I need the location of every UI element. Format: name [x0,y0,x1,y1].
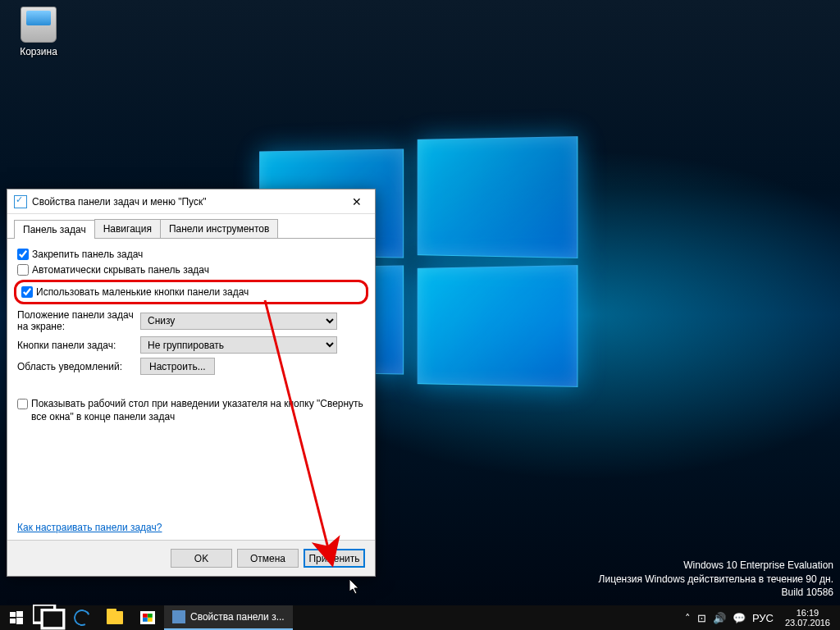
volume-icon[interactable]: 🔊 [713,612,726,624]
taskbar: Свойства панели з... ˄ ⊡ 🔊 💬 РУС 16:19 2… [0,605,840,630]
tab-content: Закрепить панель задач Автоматически скр… [7,239,375,540]
small-buttons-label: Использовать маленькие кнопки панели зад… [36,286,249,298]
small-buttons-row[interactable]: Использовать маленькие кнопки панели зад… [21,286,361,298]
tray-chevron-icon[interactable]: ˄ [685,612,691,624]
edge-icon [71,607,93,628]
auto-hide-checkbox[interactable] [17,264,29,276]
ok-button[interactable]: OK [171,549,232,568]
tab-toolbars[interactable]: Панели инструментов [160,219,278,238]
auto-hide-label: Автоматически скрывать панель задач [32,264,209,276]
windows-logo-icon [10,611,23,624]
notification-row: Область уведомлений: Настроить... [17,358,365,375]
recycle-bin-label: Корзина [10,46,67,57]
action-center-icon[interactable]: 💬 [733,612,746,624]
auto-hide-row[interactable]: Автоматически скрывать панель задач [17,264,365,276]
clock-date: 23.07.2016 [785,618,830,628]
notification-config-button[interactable]: Настроить... [140,358,215,375]
file-explorer-button[interactable] [98,605,131,630]
tab-taskbar[interactable]: Панель задач [14,220,95,239]
buttons-select[interactable]: Не группировать [140,336,337,354]
close-button[interactable]: ✕ [338,189,375,213]
language-indicator[interactable]: РУС [752,612,774,624]
peek-label: Показывать рабочий стол при наведении ук… [31,398,365,423]
buttons-row: Кнопки панели задач: Не группировать [17,336,365,354]
taskbar-app-properties[interactable]: Свойства панели з... [164,605,293,630]
buttons-label: Кнопки панели задач: [17,340,140,351]
peek-checkbox[interactable] [17,399,28,409]
taskbar-app-label: Свойства панели з... [190,611,285,623]
folder-icon [107,611,123,624]
svg-rect-4 [16,618,23,624]
lock-taskbar-row[interactable]: Закрепить панель задач [17,249,365,260]
position-row: Положение панели задач на экране: Снизу [17,309,365,332]
svg-rect-3 [10,619,16,623]
close-icon: ✕ [352,195,362,208]
help-link[interactable]: Как настраивать панели задач? [17,522,162,533]
properties-icon [14,195,27,208]
start-button[interactable] [0,605,33,630]
position-label: Положение панели задач на экране: [17,309,140,332]
cancel-button[interactable]: Отмена [237,549,299,568]
svg-rect-2 [16,611,23,617]
lock-taskbar-checkbox[interactable] [17,249,29,260]
clock[interactable]: 16:19 23.07.2016 [780,608,835,628]
system-tray: ˄ ⊡ 🔊 💬 РУС 16:19 23.07.2016 [680,605,840,630]
svg-rect-6 [42,610,64,628]
store-icon [140,611,155,624]
store-button[interactable] [131,605,164,630]
titlebar[interactable]: Свойства панели задач и меню "Пуск" ✕ [7,189,375,214]
clock-time: 16:19 [785,608,830,618]
network-icon[interactable]: ⊡ [697,612,706,624]
peek-row[interactable]: Показывать рабочий стол при наведении ук… [17,398,365,423]
tab-navigation[interactable]: Навигация [94,219,161,238]
edge-button[interactable] [66,605,98,630]
task-view-button[interactable] [33,605,66,630]
taskbar-properties-dialog: Свойства панели задач и меню "Пуск" ✕ Па… [7,189,376,577]
svg-rect-1 [10,612,16,617]
trash-icon [21,7,57,43]
recycle-bin-icon[interactable]: Корзина [10,7,67,57]
evaluation-watermark: Windows 10 Enterprise Evaluation Лицензи… [599,559,833,599]
lock-taskbar-label: Закрепить панель задач [32,249,143,260]
tab-strip: Панель задач Навигация Панели инструмент… [7,214,375,239]
apply-button[interactable]: Применить [304,549,365,568]
position-select[interactable]: Снизу [140,313,337,330]
task-view-icon [33,605,66,630]
dialog-button-bar: OK Отмена Применить [7,540,375,576]
window-title: Свойства панели задач и меню "Пуск" [32,196,338,208]
app-icon [172,610,185,623]
notification-label: Область уведомлений: [17,361,140,372]
small-buttons-checkbox[interactable] [21,286,33,298]
annotation-highlight: Использовать маленькие кнопки панели зад… [14,280,368,304]
